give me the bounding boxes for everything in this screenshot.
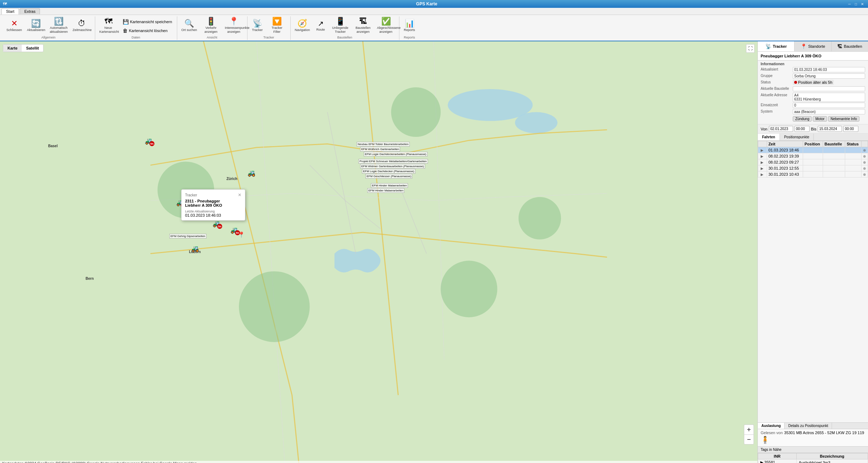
info-row-status: Status Position älter als 5h [761,80,865,86]
popup-close-button[interactable]: ✕ [238,192,241,197]
from-time-input[interactable] [795,126,810,132]
right-panel-tabs: 📡 Tracker 📍 Standorte 🏗 Baustellen [758,41,868,52]
row-action[interactable]: ⊕ [861,165,868,171]
baustelle-label-1: Neubau EFM Tobler Baumeisterarbeiten [357,142,410,146]
neue-kartenansicht-button[interactable]: 🗺 Neue Kartenansicht [97,16,119,35]
from-date-input[interactable] [769,126,793,132]
ort-suchen-button[interactable]: 🔍 Ort suchen [179,16,199,35]
unliegende-tracker-button[interactable]: 📱 Unliegende Tracker [329,16,351,35]
nebenantrie-button[interactable]: Nebenantrie Info [828,116,859,122]
ribbon-group-ansicht: 🔍 Ort suchen 🚦 Verkehr anzeigen 📍 Intere… [177,16,247,40]
person-icon: 🧍 [761,436,770,444]
maximize-button[interactable]: □ [853,1,859,6]
col-baustelle[interactable]: Baustelle [823,141,845,147]
row-action[interactable]: ⊕ [861,153,868,159]
automatisch-aktualisieren-button[interactable]: 🔃 Automatisch aktualisieren [48,16,70,35]
row-expand[interactable]: ▶ [758,147,767,153]
map-type-buttons: Karte Satellit [3,44,44,52]
to-time-input[interactable] [843,126,858,132]
row-expand[interactable]: ▶ [758,171,767,178]
motor-button[interactable]: Motor [813,116,827,122]
zuendung-button[interactable]: Zündung [793,116,812,122]
baustellen-anzeigen-button[interactable]: 🏗 Baustellen anzeigen [352,16,374,35]
table-row[interactable]: ▶ 08.02.2023 19:39 ⊕ [758,153,868,159]
city-label-zuerich: Zürich [226,177,238,181]
baustelle-label-7: EFM Geschliesser (Planausmasse) [366,174,412,179]
right-tab-baustellen[interactable]: 🏗 Baustellen [832,41,868,51]
map-expand-button[interactable]: ⛶ [746,44,755,53]
baustelle-label-6: EFM Logie Dachdecker (Planausmasse) [362,169,415,174]
map-svg [0,41,757,463]
baustelle-label-9: EFM Hinder Malaerarbeiten [367,188,404,193]
row-action[interactable]: ⊕ [861,159,868,165]
row-action[interactable]: ⊕ [861,171,868,178]
row-action[interactable]: ⊕ [861,147,868,153]
info-row-aktuelle-adresse: Aktuelle Adresse A46331 Hünenberg [761,93,865,102]
karte-loeschen-button[interactable]: 🗑 Kartenansicht löschen [120,26,175,35]
tracker-marker-7[interactable]: 🚜 [247,169,256,178]
popup-tracker-name: 2311 - PneubaggerLiebherr A 309 ÖKO [185,199,241,207]
sub-tab-positionspunkte[interactable]: Positionspunkte [780,134,814,140]
table-row[interactable]: ▶ 30.01.2023 12:55 ⊕ [758,165,868,171]
to-date-input[interactable] [818,126,842,132]
row-expand[interactable]: ▶ [758,153,767,159]
abgeschlossene-button[interactable]: ✅ Abgeschlossene anzeigen [375,16,397,35]
tracker-marker-1[interactable]: 🚜 5h [144,137,153,145]
aktualisiert-value: 01.03.2023 18:46:03 [793,67,865,72]
tracker-marker-6[interactable]: 🚜 [191,245,199,253]
row-position [803,159,823,165]
col-status[interactable]: Status [845,141,862,147]
zoom-out-button[interactable]: − [744,434,754,444]
tracker-filter-button[interactable]: 🔽 Tracker Filter [266,16,288,35]
reports-button[interactable]: 📊 Reports [402,16,417,35]
tab-bar: Start Extras [0,8,868,15]
route-button[interactable]: ↗ Route [313,16,328,35]
row-zeit: 30.01.2023 10:43 [767,171,803,178]
close-window-button[interactable]: ✕ [859,1,865,6]
verkehr-button[interactable]: 🚦 Verkehr anzeigen [200,16,222,35]
ribbon-group-baustellen: 🧭 Navigation ↗ Route 📱 Unliegende Tracke… [291,16,400,40]
tab-start[interactable]: Start [1,8,19,15]
col-position[interactable]: Position [803,141,823,147]
row-expand[interactable]: ▶ [758,165,767,171]
tags-row: ▶ 35581 Aushubbügel 3m3 [758,459,868,463]
table-row[interactable]: ▶ 01.03.2023 18:46 ⊕ [758,147,868,153]
col-zeit[interactable]: Zeit [767,141,803,147]
karte-speichern-button[interactable]: 💾 Kartenansicht speichern [120,17,175,26]
row-status [845,165,862,171]
table-container[interactable]: Zeit Position Baustelle Status ▶ 01.03.2… [758,141,868,422]
interessenpunkte-button[interactable]: 📍 Interessenpunkte anzeigen [223,16,245,35]
karte-stack: 💾 Kartenansicht speichern 🗑 Kartenansich… [120,17,175,35]
schliessen-button[interactable]: ✕ Schliessen [4,16,24,35]
popup-update-value: 01.03.2023 18:46:03 [185,213,241,217]
zoom-in-button[interactable]: + [744,425,754,434]
map-container[interactable]: Zürich Bern Basel Luzern Neubau EFM Tobl… [0,41,757,463]
zeitmaschine-button[interactable]: ⏱ Zeitmaschine [71,16,93,35]
info-section-title: Informationen [761,62,865,66]
svg-point-0 [448,89,533,121]
app-icon: 🗺 [3,2,7,6]
table-row[interactable]: ▶ 30.01.2023 10:43 ⊕ [758,171,868,178]
row-zeit: 08.02.2023 09:27 [767,159,803,165]
bottom-tab-auslastung[interactable]: Auslastung [758,423,785,429]
right-tab-standorte[interactable]: 📍 Standorte [795,41,831,51]
system-buttons-row: Zündung Motor Nebenantrie Info [761,116,865,122]
tracker-marker-3[interactable]: 🚜 5h [212,220,221,228]
minimize-button[interactable]: ─ [847,1,852,6]
tracker-button[interactable]: 📡 Tracker [250,16,265,35]
map-type-karte[interactable]: Karte [3,45,22,52]
aktualisieren-button[interactable]: 🔄 Aktualisieren [25,16,47,35]
baustelle-label-8: EFM Hinder Malaerarbeiten [371,183,408,188]
tab-extras[interactable]: Extras [20,8,40,14]
bottom-tab-details[interactable]: Details zu Positionspunkt [785,423,832,429]
right-panel: 📡 Tracker 📍 Standorte 🏗 Baustellen Pneub… [757,41,868,463]
table-row[interactable]: ▶ 08.02.2023 09:27 ⊕ [758,159,868,165]
right-tab-tracker[interactable]: 📡 Tracker [758,41,795,51]
row-expand[interactable]: ▶ [758,159,767,165]
fahrten-table: Zeit Position Baustelle Status ▶ 01.03.2… [758,141,868,178]
navigation-button[interactable]: 🧭 Navigation [293,16,312,35]
tracker-marker-5[interactable]: 📍 [237,230,246,239]
einsatzzeit-value: 0 [793,103,865,108]
map-type-satellit[interactable]: Satellit [22,45,43,52]
sub-tab-fahrten[interactable]: Fahrten [758,134,780,140]
